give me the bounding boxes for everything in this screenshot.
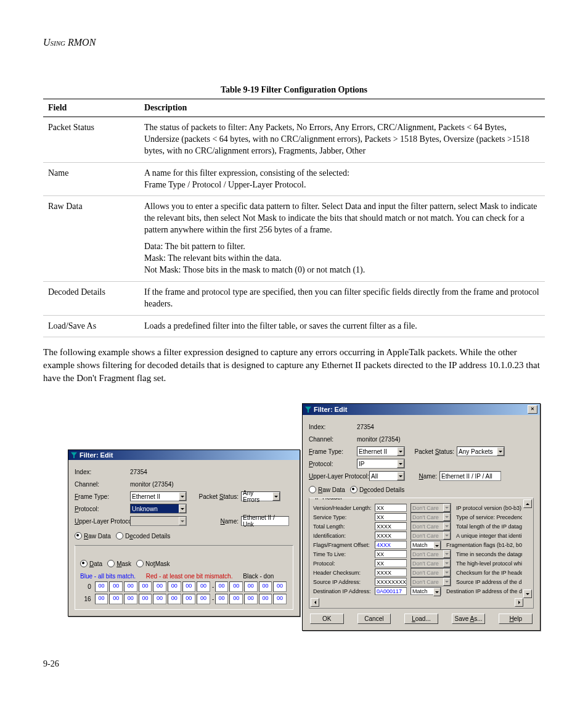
byte-input[interactable]: 00 [153, 581, 166, 592]
ip-field-input[interactable]: XXXXXXXX [375, 578, 407, 586]
byte-input[interactable]: 00 [139, 581, 152, 592]
name-field[interactable]: Ethernet II / IP / All [439, 471, 501, 481]
scroll-down-icon[interactable] [523, 589, 532, 598]
chevron-down-icon[interactable] [397, 472, 404, 480]
byte-input[interactable]: 00 [182, 581, 196, 592]
byte-input[interactable]: 00 [95, 581, 108, 592]
byte-input[interactable]: 00 [229, 594, 243, 604]
ip-field-label: Source IP Address: [313, 579, 375, 585]
byte-input[interactable]: 00 [259, 594, 272, 604]
byte-input[interactable]: 00 [95, 594, 108, 604]
ip-field-input[interactable]: XX [375, 550, 407, 558]
chevron-down-icon[interactable] [433, 588, 441, 596]
scroll-right-icon[interactable] [515, 598, 523, 607]
field-cell: Packet Status [43, 117, 139, 163]
titlebar[interactable]: Filter: Edit × [303, 404, 540, 415]
raw-data-groupbox: Data Mask Not Mask Blue - all bits match… [75, 545, 293, 610]
match-combo-disabled: Don't Care [410, 512, 451, 522]
byte-input[interactable]: 00 [182, 594, 196, 604]
match-combo[interactable]: Match [410, 541, 441, 549]
raw-data-radio[interactable]: Raw Data [75, 532, 111, 540]
ip-field-input[interactable]: 4XXX [375, 541, 407, 549]
chevron-down-icon[interactable] [179, 492, 186, 501]
load-button[interactable]: Load... [404, 614, 438, 624]
ok-button[interactable]: OK [310, 614, 344, 624]
scroll-up-icon[interactable] [523, 499, 532, 508]
byte-input[interactable]: 00 [109, 581, 123, 592]
protocol-combo[interactable]: Unknown [130, 504, 187, 514]
ip-header-row: Header Checksum:XXXXDon't CareChecksum f… [313, 568, 522, 577]
channel-label: Channel: [75, 481, 130, 488]
close-icon[interactable]: × [528, 405, 537, 414]
chevron-down-icon[interactable] [397, 447, 404, 456]
save-as-button[interactable]: Save As... [452, 614, 486, 624]
byte-input[interactable]: 00 [215, 594, 229, 604]
chevron-down-icon[interactable] [433, 541, 441, 550]
byte-input[interactable]: 00 [273, 581, 287, 592]
byte-input[interactable]: 00 [229, 581, 243, 592]
upper-layer-combo[interactable]: All [369, 471, 405, 481]
byte-input[interactable]: 00 [197, 581, 210, 592]
protocol-combo[interactable]: IP [357, 459, 405, 469]
match-combo-disabled: Don't Care [410, 577, 451, 586]
data-radio[interactable]: Data [80, 560, 102, 567]
ip-field-input[interactable]: XXXX [375, 522, 407, 530]
ip-field-input[interactable]: XX [375, 513, 407, 521]
byte-input[interactable]: 00 [124, 594, 137, 604]
help-button[interactable]: Help [499, 614, 533, 624]
byte-input[interactable]: 00 [244, 581, 258, 592]
chevron-down-icon [443, 522, 451, 530]
ip-field-input[interactable]: XX [375, 559, 407, 567]
horizontal-scrollbar[interactable] [311, 598, 523, 607]
cancel-button[interactable]: Cancel [357, 614, 391, 624]
vertical-scrollbar[interactable] [523, 499, 532, 598]
titlebar[interactable]: Filter: Edit [68, 450, 300, 460]
byte-input[interactable]: 00 [244, 594, 258, 604]
byte-input[interactable]: 00 [273, 594, 287, 604]
mask-radio[interactable]: Mask [107, 560, 131, 567]
byte-input[interactable]: 00 [124, 581, 137, 592]
match-combo[interactable]: Match [410, 587, 441, 595]
chevron-down-icon[interactable] [497, 447, 504, 456]
byte-input[interactable]: 00 [109, 594, 123, 604]
field-cell: Load/Save As [43, 315, 139, 337]
match-combo-disabled: Don't Care [410, 549, 451, 559]
byte-input[interactable]: 00 [153, 594, 166, 604]
byte-input[interactable]: 00 [168, 594, 181, 604]
th-desc: Description [139, 99, 545, 117]
window-title: Filter: Edit [314, 406, 347, 413]
byte-input[interactable]: 00 [197, 594, 210, 604]
table-row: Raw Data Allows you to enter a specific … [43, 196, 545, 281]
byte-input[interactable]: 00 [139, 594, 152, 604]
scroll-left-icon[interactable] [311, 598, 319, 607]
ip-field-input[interactable]: XX [375, 504, 407, 512]
byte-input[interactable]: 00 [168, 581, 181, 592]
ip-field-label: Identification: [313, 533, 375, 539]
panel-title: IP Header [313, 498, 345, 501]
packet-status-combo[interactable]: Any Packets [457, 446, 505, 456]
ip-field-input[interactable]: 0A000117 [375, 587, 407, 595]
chevron-down-icon [443, 550, 451, 558]
channel-label: Channel: [309, 436, 357, 443]
name-field[interactable]: Ethernet II / Unk [241, 516, 289, 526]
frame-type-combo[interactable]: Ethernet II [130, 491, 187, 501]
chevron-down-icon[interactable] [179, 504, 186, 513]
not-mask-radio[interactable]: Not Mask [136, 560, 169, 567]
window-title: Filter: Edit [80, 451, 113, 459]
chevron-down-icon[interactable] [397, 459, 404, 468]
frame-type-combo[interactable]: Ethernet II [357, 446, 405, 456]
packet-status-combo[interactable]: Any Errors [241, 491, 280, 501]
chevron-down-icon [443, 568, 451, 577]
chevron-down-icon[interactable] [272, 492, 280, 501]
raw-data-radio[interactable]: Raw Data [309, 486, 345, 493]
match-combo-disabled: Don't Care [410, 522, 451, 531]
decoded-details-radio[interactable]: Decoded Details [350, 486, 404, 493]
chevron-down-icon [443, 504, 451, 512]
byte-input[interactable]: 00 [215, 581, 229, 592]
byte-input[interactable]: 00 [259, 581, 272, 592]
decoded-details-radio[interactable]: Decoded Details [116, 532, 170, 540]
ip-field-input[interactable]: XXXX [375, 532, 407, 540]
field-cell: Decoded Details [43, 281, 139, 315]
byte-row-16: 16 0000000000000000 - 0000000000 [80, 594, 288, 604]
ip-field-input[interactable]: XXXX [375, 568, 407, 577]
